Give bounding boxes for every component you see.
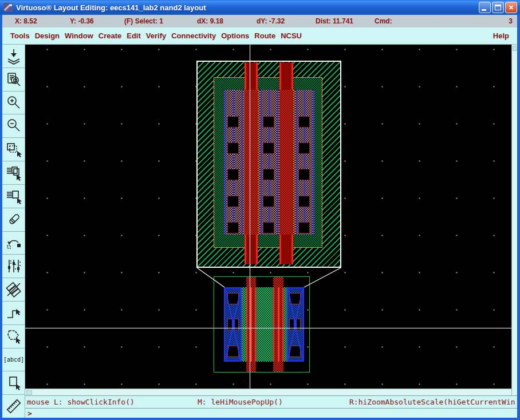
metal1-line bbox=[296, 90, 297, 235]
stretch-button[interactable] bbox=[2, 138, 25, 161]
contact bbox=[227, 116, 239, 128]
metal1-line bbox=[277, 90, 278, 235]
poly-gate-b-over-diff bbox=[279, 90, 293, 235]
cell-top-view bbox=[196, 61, 341, 268]
contact bbox=[227, 196, 239, 207]
poly-over-ndiff bbox=[273, 287, 283, 362]
app-icon bbox=[3, 3, 13, 12]
zoom-fit-icon bbox=[5, 71, 22, 88]
status-y: Y: -0.36 bbox=[70, 17, 94, 25]
close-icon: × bbox=[509, 3, 513, 12]
cell-bottom-view bbox=[214, 276, 310, 373]
properties-button[interactable] bbox=[2, 255, 25, 278]
vertical-scrollbar-grip[interactable] bbox=[513, 46, 517, 51]
contact bbox=[289, 346, 301, 357]
coordinate-status-bar: X: 8.52 Y: -0.36 (F) Select: 1 dX: 9.18 … bbox=[2, 15, 517, 27]
menu-design[interactable]: Design bbox=[35, 31, 60, 40]
contact bbox=[289, 293, 301, 304]
zoom-out-button[interactable] bbox=[2, 114, 25, 138]
status-select: (F) Select: 1 bbox=[124, 17, 163, 25]
left-toolbar: [abcd] bbox=[2, 45, 25, 418]
create-rectangle-button[interactable] bbox=[2, 371, 25, 395]
contact bbox=[298, 116, 310, 128]
horizontal-scrollbar[interactable] bbox=[25, 389, 511, 395]
rectangle-icon bbox=[5, 374, 22, 391]
menu-help[interactable]: Help bbox=[493, 31, 509, 40]
contact bbox=[263, 142, 274, 154]
menu-verify[interactable]: Verify bbox=[146, 31, 166, 40]
properties-icon bbox=[5, 257, 22, 275]
label-icon: [abcd] bbox=[4, 351, 23, 368]
contact bbox=[263, 222, 274, 233]
undo-icon bbox=[5, 234, 22, 251]
contact bbox=[227, 293, 239, 304]
contact bbox=[298, 196, 310, 207]
contact bbox=[263, 116, 274, 128]
create-label-button[interactable]: [abcd] bbox=[2, 348, 25, 372]
eraser-icon bbox=[5, 211, 22, 228]
minimize-icon bbox=[482, 9, 486, 11]
contact bbox=[227, 222, 239, 233]
poly-gate-a bbox=[246, 277, 256, 372]
ruler-button[interactable] bbox=[2, 395, 25, 418]
menu-route[interactable]: Route bbox=[254, 31, 275, 40]
move-button[interactable] bbox=[2, 185, 25, 208]
close-button[interactable]: × bbox=[505, 2, 517, 13]
create-polygon-button[interactable] bbox=[2, 325, 25, 348]
crosshair-horizontal bbox=[25, 328, 511, 328]
copy-button[interactable] bbox=[2, 161, 25, 185]
ruler-icon bbox=[5, 398, 22, 415]
svg-text:[abcd]: [abcd] bbox=[4, 356, 23, 363]
status-dx: dX: 9.18 bbox=[197, 17, 223, 25]
undo-button[interactable] bbox=[2, 232, 25, 255]
mouse-bindings-bar: mouse L: showClickInfo() M: leHiMousePop… bbox=[25, 395, 517, 408]
menu-tools[interactable]: Tools bbox=[10, 31, 30, 40]
metal1-line bbox=[304, 90, 305, 235]
maximize-button[interactable] bbox=[492, 2, 504, 13]
metal1-line bbox=[313, 90, 314, 235]
virtuoso-window: Virtuoso® Layout Editing: eecs141_lab2 n… bbox=[0, 0, 520, 420]
crosshair-vertical bbox=[250, 45, 250, 389]
menu-create[interactable]: Create bbox=[99, 31, 121, 40]
mouse-middle-binding: M: leHiMousePopUp() bbox=[198, 398, 283, 406]
status-dy: dY: -7.32 bbox=[257, 17, 285, 25]
copy-icon bbox=[5, 164, 22, 181]
metal1-line bbox=[269, 90, 270, 235]
status-dist: Dist: 11.741 bbox=[316, 17, 353, 25]
menu-window[interactable]: Window bbox=[65, 31, 93, 40]
create-instance-button[interactable] bbox=[2, 278, 25, 302]
menu-connectivity[interactable]: Connectivity bbox=[171, 31, 216, 40]
erase-button[interactable] bbox=[2, 208, 25, 232]
status-right-count: 3 bbox=[509, 17, 513, 25]
contact bbox=[263, 169, 274, 180]
layout-canvas[interactable] bbox=[25, 45, 511, 389]
minimize-button[interactable] bbox=[479, 2, 491, 13]
contact bbox=[298, 169, 310, 180]
contact bbox=[263, 196, 274, 207]
metal1-line bbox=[233, 90, 234, 235]
window-title: Virtuoso® Layout Editing: eecs141_lab2 n… bbox=[16, 3, 206, 12]
menu-options[interactable]: Options bbox=[221, 31, 249, 40]
menu-edit[interactable]: Edit bbox=[127, 31, 141, 40]
menu-ncsu[interactable]: NCSU bbox=[281, 31, 302, 40]
title-bar[interactable]: Virtuoso® Layout Editing: eecs141_lab2 n… bbox=[0, 0, 520, 15]
mouse-left-binding: mouse L: showClickInfo() bbox=[27, 398, 135, 406]
maximize-icon bbox=[495, 5, 501, 10]
save-icon bbox=[5, 47, 22, 65]
save-button[interactable] bbox=[2, 45, 25, 68]
stretch-icon bbox=[5, 141, 22, 158]
contact bbox=[298, 222, 310, 233]
command-prompt[interactable]: > bbox=[25, 408, 517, 418]
zoom-in-button[interactable] bbox=[2, 92, 25, 115]
zoom-fit-button[interactable] bbox=[2, 68, 25, 92]
create-path-button[interactable] bbox=[2, 302, 25, 325]
poly-gate-a-over-diff bbox=[245, 90, 258, 235]
mouse-right-binding: R:hiZoomAbsoluteScale(hiGetCurrentWin bbox=[349, 398, 515, 406]
vertical-scrollbar[interactable] bbox=[511, 45, 517, 395]
contact bbox=[227, 319, 239, 330]
metal1-line bbox=[261, 90, 262, 235]
status-cmd: Cmd: bbox=[375, 17, 392, 25]
horizontal-scrollbar-grip[interactable] bbox=[26, 390, 32, 395]
metal1-line bbox=[242, 90, 243, 235]
contact bbox=[227, 142, 239, 154]
